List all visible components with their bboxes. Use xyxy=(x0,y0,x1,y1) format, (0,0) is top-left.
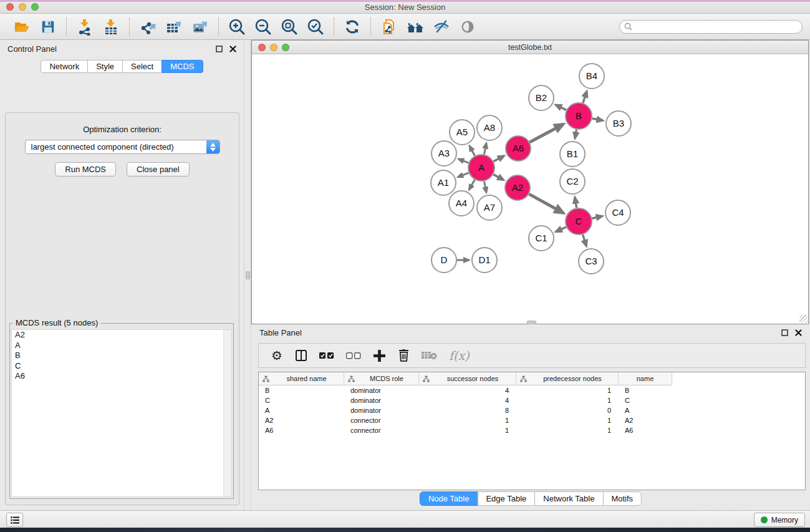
node-label-A6: A6 xyxy=(513,143,524,153)
open-session-button[interactable] xyxy=(11,16,32,37)
zoom-fit-button[interactable] xyxy=(279,16,300,37)
node-label-C1: C1 xyxy=(535,233,547,243)
edge-A-A4[interactable] xyxy=(469,180,475,190)
optimization-criterion-select[interactable]: largest connected component (directed) xyxy=(25,140,220,154)
mcds-result-item[interactable]: A2 xyxy=(12,330,231,341)
close-panel-button[interactable]: Close panel xyxy=(127,162,190,177)
table-row[interactable]: Bdominator41B xyxy=(259,385,805,395)
table-tab-network-table[interactable]: Network Table xyxy=(534,491,603,506)
table-toolbar: ⚙ f(x) xyxy=(258,343,806,368)
table-row[interactable]: A2connector11A2 xyxy=(259,415,805,425)
table-cell: B xyxy=(619,387,672,394)
table-panel-title: Table Panel xyxy=(259,328,302,337)
edge-A2-C[interactable] xyxy=(529,194,563,213)
column-header-name[interactable]: name xyxy=(619,372,672,385)
mcds-result-item[interactable]: A6 xyxy=(12,371,231,382)
tab-style[interactable]: Style xyxy=(87,60,123,73)
column-header-successor-nodes[interactable]: successor nodes xyxy=(419,372,516,385)
table-cell: C xyxy=(259,397,344,404)
table-cell: 1 xyxy=(419,417,516,424)
table-cell: C xyxy=(619,397,672,404)
export-image-button[interactable] xyxy=(190,16,211,37)
tab-select[interactable]: Select xyxy=(122,60,162,73)
column-header-shared-name[interactable]: shared name xyxy=(259,372,344,385)
run-mcds-button[interactable]: Run MCDS xyxy=(55,162,116,177)
first-neighbors-button[interactable] xyxy=(405,16,426,37)
network-window-titlebar[interactable]: testGlobe.txt xyxy=(252,41,808,54)
edge-A-A1[interactable] xyxy=(458,173,468,177)
function-builder-icon[interactable]: f(x) xyxy=(449,349,470,362)
table-row[interactable]: A6connector11A6 xyxy=(259,425,805,435)
import-network-button[interactable] xyxy=(74,16,95,37)
export-network-button[interactable] xyxy=(137,16,158,37)
window-resize-grip[interactable] xyxy=(799,315,808,323)
edge-C-C2[interactable] xyxy=(575,197,577,208)
edge-B-B4[interactable] xyxy=(583,91,587,103)
edge-B-B3[interactable] xyxy=(592,118,603,120)
node-label-C2: C2 xyxy=(566,176,578,186)
vertical-splitter[interactable] xyxy=(244,40,251,510)
save-session-button[interactable] xyxy=(37,16,59,37)
mcds-result-item[interactable]: B xyxy=(12,351,231,361)
mcds-result-item[interactable]: C xyxy=(12,361,231,372)
table-row[interactable]: Cdominator41C xyxy=(259,395,805,405)
clone-network-button[interactable] xyxy=(378,16,400,37)
add-column-icon[interactable] xyxy=(373,350,385,362)
float-panel-icon[interactable] xyxy=(781,329,788,336)
tab-network[interactable]: Network xyxy=(41,60,88,73)
table-tab-edge-table[interactable]: Edge Table xyxy=(477,491,535,506)
float-panel-icon[interactable] xyxy=(216,46,223,52)
edge-C-C3[interactable] xyxy=(583,235,587,246)
show-all-button[interactable] xyxy=(457,16,478,37)
mcds-result-item[interactable]: A xyxy=(12,341,231,351)
edge-B-B2[interactable] xyxy=(556,105,566,110)
mcds-result-list[interactable]: A2ABCA6 xyxy=(11,329,232,497)
edge-A-A7[interactable] xyxy=(484,181,486,193)
node-label-B1: B1 xyxy=(567,148,578,159)
node-label-A5: A5 xyxy=(456,127,468,137)
edge-C-C1[interactable] xyxy=(556,227,566,232)
table-tab-node-table[interactable]: Node Table xyxy=(420,491,478,506)
edge-A-A6[interactable] xyxy=(493,156,504,162)
table-cell: A2 xyxy=(259,417,344,424)
column-header-MCDS-role[interactable]: MCDS role xyxy=(344,372,419,385)
export-table-button[interactable] xyxy=(163,16,185,37)
edge-B-B1[interactable] xyxy=(575,130,576,138)
table-tab-motifs[interactable]: Motifs xyxy=(602,491,642,506)
splitter-grip[interactable] xyxy=(246,271,250,279)
column-hierarchy-icon xyxy=(423,375,430,382)
edge-A6-B[interactable] xyxy=(530,124,564,142)
edge-A-A5[interactable] xyxy=(470,146,475,156)
node-table[interactable]: shared nameMCDS rolesuccessor nodesprede… xyxy=(258,372,806,490)
edge-A-A2[interactable] xyxy=(493,175,503,180)
result-list-scrollbar[interactable] xyxy=(223,330,231,496)
network-graph[interactable]: B4B2BB3A5A8A6A3B1AA1C2A2A4A7C4CC1C3DD1 xyxy=(252,54,808,324)
refresh-layout-button[interactable] xyxy=(342,16,363,37)
column-header-predecessor-nodes[interactable]: predecessor nodes xyxy=(516,372,619,385)
node-label-B2: B2 xyxy=(536,92,547,103)
close-panel-icon[interactable] xyxy=(795,329,802,336)
delete-table-icon[interactable] xyxy=(422,351,437,360)
edge-A-A8[interactable] xyxy=(484,143,486,154)
memory-button[interactable]: Memory xyxy=(754,513,805,527)
delete-column-icon[interactable] xyxy=(397,349,410,362)
import-table-button[interactable] xyxy=(100,16,122,37)
deselect-all-icon[interactable] xyxy=(346,352,361,359)
edge-C-C4[interactable] xyxy=(592,216,602,219)
column-layout-icon[interactable] xyxy=(295,349,307,362)
zoom-out-button[interactable] xyxy=(253,16,274,37)
close-panel-icon[interactable] xyxy=(229,46,236,52)
table-row[interactable]: Adominator80A xyxy=(259,405,805,415)
node-label-A3: A3 xyxy=(438,148,450,158)
search-input[interactable] xyxy=(632,22,802,31)
hide-selected-button[interactable] xyxy=(431,16,452,37)
task-history-button[interactable] xyxy=(6,513,23,527)
zoom-in-button[interactable] xyxy=(226,16,248,37)
network-canvas[interactable]: B4B2BB3A5A8A6A3B1AA1C2A2A4A7C4CC1C3DD1 xyxy=(252,54,808,324)
tab-mcds[interactable]: MCDS xyxy=(162,60,203,73)
select-all-icon[interactable] xyxy=(319,352,334,359)
node-label-B4: B4 xyxy=(586,70,597,81)
edge-A-A3[interactable] xyxy=(458,159,468,163)
settings-gear-icon[interactable]: ⚙ xyxy=(271,349,283,362)
zoom-selected-button[interactable] xyxy=(305,16,326,37)
